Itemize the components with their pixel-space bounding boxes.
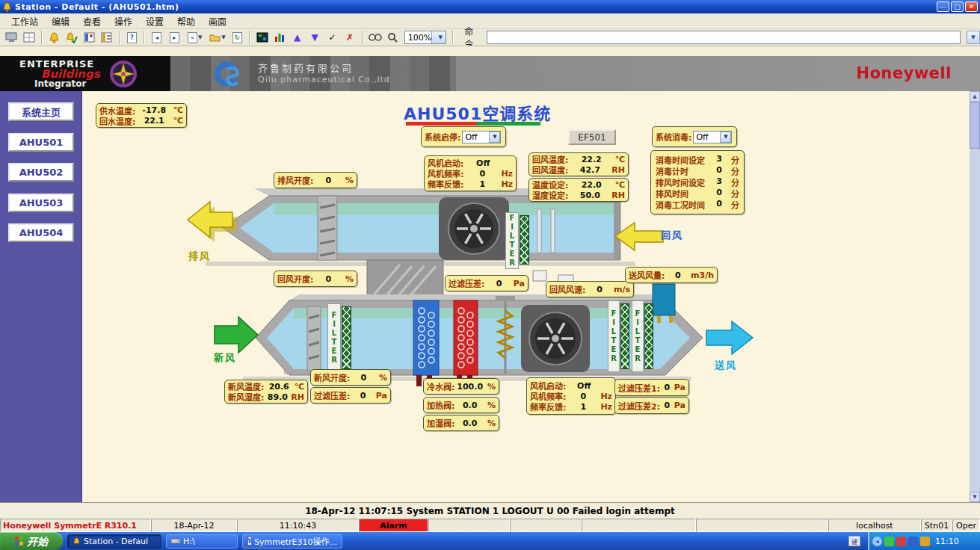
heating-coil[interactable] [454,300,478,385]
task-document[interactable]: W SymmetrE310操作... [242,534,342,549]
status-user: Oper [952,519,980,532]
tray-app-icon-4[interactable] [920,537,930,546]
drive-icon [171,537,180,545]
trend-icon[interactable] [272,30,288,45]
combo-dropdown-icon[interactable]: ▼ [489,132,500,143]
task-explorer[interactable]: H:\ [166,534,238,549]
header-banner: ENTERPRISE Buildings Integrator 齐鲁制药有限公司… [0,56,980,91]
return-water-value: 22.1 [137,116,171,126]
menu-edit[interactable]: 编辑 [45,13,76,29]
exhaust-damper-box: 排风开度:0% [274,172,357,188]
fresh-filter-dp-box: 过滤压差:0Pa [310,387,391,404]
svg-text:W: W [248,538,251,545]
heating-valve-box[interactable]: 加热阀:0.0% [423,397,499,413]
scroll-up-icon[interactable]: ▲ [970,91,980,102]
toolbar-separator [452,31,454,44]
tray-app-icon-3[interactable] [908,537,918,546]
sidebar-item-ahu503[interactable]: AHU503 [8,194,74,212]
supply-fan[interactable] [521,305,590,372]
system-start-value: Off [463,132,489,142]
supply-fan-box: 风机启动:Off 风机频率:0Hz 频率反馈:1Hz [526,377,616,415]
status-empty-cell [428,519,510,532]
sidebar-item-ahu502[interactable]: AHU502 [8,163,74,182]
menu-station[interactable]: 工作站 [4,13,45,29]
task-station[interactable]: Station - Defaul [67,534,161,549]
menu-view[interactable]: 查看 [76,13,108,29]
recall-page-icon[interactable]: «▼ [184,30,206,45]
toolbar: ? ◂ ▸ «▼ ▼ ↻ ▲ ▼ ✓ ✗ 100% ▼ 命令 ▼ [0,29,980,46]
page-forward-icon[interactable]: ▸ [167,30,182,45]
system-start-select[interactable]: Off ▼ [462,131,501,143]
toolbar-separator [41,31,43,44]
tray-app-icon-2[interactable] [896,537,906,546]
sidebar-item-home[interactable]: 系统主页 [8,102,74,121]
water-temp-box: 供水温度:-17.8℃ 回水温度:22.1℃ [96,103,187,128]
vertical-scrollbar[interactable]: ▲ ▼ [970,91,980,502]
accept-icon[interactable]: ✓ [324,30,340,45]
search-icon[interactable] [384,30,400,45]
sidebar-item-ahu504[interactable]: AHU504 [8,223,74,242]
language-bar-icon[interactable]: 键 [848,536,860,546]
start-button[interactable]: 开始 [0,532,63,550]
display-icon[interactable] [254,30,270,45]
spectacles-icon[interactable] [367,30,383,45]
minimize-button[interactable]: — [937,1,949,12]
alarm-summary-icon[interactable] [81,30,97,45]
supply-water-value: -17.8 [137,105,171,115]
scroll-down-icon[interactable]: ▼ [970,492,980,502]
sidebar-item-ahu501[interactable]: AHU501 [8,133,74,152]
return-damper-graphic[interactable] [318,196,337,260]
fresh-damper-graphic[interactable] [307,306,321,371]
exhaust-fan[interactable] [439,197,509,260]
cancel-icon[interactable]: ✗ [342,30,357,45]
combo-dropdown-icon[interactable]: ▼ [720,132,731,143]
system-start-box: 系统启停: Off ▼ [421,126,506,147]
tray-app-icon-1[interactable] [884,537,894,546]
menu-configure[interactable]: 设置 [139,13,170,29]
menu-help[interactable]: 帮助 [170,13,202,29]
duct-probe [551,209,555,253]
zoom-select[interactable]: 100% ▼ [404,31,447,44]
command-history-dropdown-icon[interactable]: ▼ [967,31,980,44]
disinfect-timer-panel: 消毒时间设定3分 消毒计时0分 排风时间设定3分 排风时间0分 消毒工况时间0分 [650,150,745,214]
return-air-label: 回风 [661,227,683,241]
window-title: Station - Default - (AHU501.htm) [15,2,179,12]
status-bar: Honeywell SymmetrE R310.1 18-Apr-12 11:1… [0,519,980,532]
station-connect-icon[interactable] [4,30,19,45]
ef501-button[interactable]: EF501 [568,129,616,145]
filter-media [620,303,629,369]
company-logo [209,61,244,87]
status-brand: Honeywell SymmetrE R310.1 [0,519,151,532]
tray-chevron-icon[interactable]: ◂ [872,537,882,546]
alarm-indicator[interactable]: Alarm [359,519,428,532]
menu-action[interactable]: 操作 [108,13,139,29]
cooling-coil[interactable] [413,300,439,386]
close-button[interactable]: ✕ [965,1,978,12]
setpoint-box[interactable]: 温度设定:22.0℃ 湿度设定:50.0RH [528,178,629,202]
point-detail-icon[interactable] [21,30,37,45]
sidebar: 系统主页 AHU501 AHU502 AHU503 AHU504 [0,91,82,502]
refresh-page-icon[interactable]: ↻ [229,30,245,45]
chilled-valve-box[interactable]: 冷水阀:100.0% [423,378,499,395]
disinfect-select[interactable]: Off ▼ [693,131,732,143]
message-summary-icon[interactable] [99,30,114,45]
help-icon[interactable]: ? [124,30,140,45]
favorites-icon[interactable]: ▼ [207,30,227,45]
company-name-cn: 齐鲁制药有限公司 [258,61,354,75]
scrollbar-thumb[interactable] [970,102,980,149]
supply-air-arrow [706,321,753,354]
command-input[interactable] [487,31,961,44]
humidifier-valve-box[interactable]: 加湿阀:0.0% [423,415,499,431]
page-back-icon[interactable]: ◂ [149,30,164,45]
lower-icon[interactable]: ▼ [306,30,322,45]
disinfect-value: Off [694,132,720,142]
exhaust-air-arrow [188,202,237,242]
alarm-icon[interactable] [46,30,62,45]
menu-display[interactable]: 画面 [202,13,233,29]
return-air-box: 回风温度:22.2℃ 回风湿度:42.7RH [528,152,629,176]
alarm-acknowledge-icon[interactable] [64,30,79,45]
maximize-button[interactable]: □ [951,1,964,12]
filter-dp2-box: 过滤压差2:0Pa [614,397,689,414]
raise-icon[interactable]: ▲ [289,30,305,45]
zoom-dropdown-icon[interactable]: ▼ [431,31,446,43]
